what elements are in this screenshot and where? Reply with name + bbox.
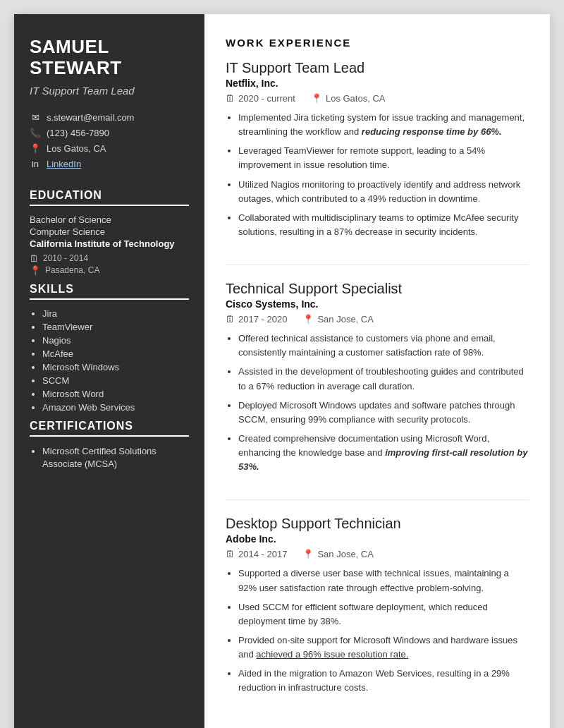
job-years-1: 🗓 2020 - current xyxy=(226,93,295,104)
phone-contact: 📞 (123) 456-7890 xyxy=(30,128,189,138)
bullet-item: Assisted in the development of troublesh… xyxy=(238,365,529,393)
edu-location: 📍 Pasadena, CA xyxy=(30,265,189,276)
linkedin-icon: in xyxy=(30,159,41,169)
skills-list: Jira TeamViewer Nagios McAfee Microsoft … xyxy=(30,308,189,413)
job-bullets-1: Implemented Jira ticketing system for is… xyxy=(226,111,529,239)
linkedin-link[interactable]: LinkedIn xyxy=(47,159,81,169)
skill-item: Microsoft Windows xyxy=(42,362,189,372)
edu-school: California Institute of Technology xyxy=(30,238,189,250)
job-meta-1: 🗓 2020 - current 📍 Los Gatos, CA xyxy=(226,93,529,104)
skill-item: Jira xyxy=(42,308,189,319)
cert-item: Microsoft Certified Solutions Associate … xyxy=(42,445,189,471)
job-bullets-3: Supported a diverse user base with techn… xyxy=(226,566,529,695)
candidate-title: IT Support Team Lead xyxy=(30,85,189,97)
edu-degree: Bachelor of Science xyxy=(30,214,189,225)
certifications-list: Microsoft Certified Solutions Associate … xyxy=(30,445,189,471)
skill-item: Amazon Web Services xyxy=(42,402,189,413)
location-edu-icon: 📍 xyxy=(30,265,41,276)
email-contact: ✉ s.stewart@email.com xyxy=(30,112,189,123)
bullet-item: Provided on-site support for Microsoft W… xyxy=(238,633,529,662)
bold-italic-text: improving first-call resolution by 53%. xyxy=(238,447,527,472)
job-years-3: 🗓 2014 - 2017 xyxy=(226,549,287,559)
calendar-icon-2: 🗓 xyxy=(226,314,235,324)
job-company-3: Adobe Inc. xyxy=(226,533,529,545)
bullet-item: Deployed Microsoft Windows updates and s… xyxy=(238,399,529,427)
job-location-3: 📍 San Jose, CA xyxy=(302,549,374,559)
bullet-item: Created comprehensive documentation usin… xyxy=(238,432,529,474)
phone-icon: 📞 xyxy=(30,128,41,138)
job-title-1: IT Support Team Lead xyxy=(226,60,529,76)
job-years-2: 🗓 2017 - 2020 xyxy=(226,314,287,324)
job-meta-3: 🗓 2014 - 2017 📍 San Jose, CA xyxy=(226,549,529,559)
skill-item: McAfee xyxy=(42,348,189,359)
main-content: WORK EXPERIENCE IT Support Team Lead Net… xyxy=(204,14,550,728)
bullet-item: Leveraged TeamViewer for remote support,… xyxy=(238,144,529,172)
edu-years: 🗓 2010 - 2014 xyxy=(30,253,189,264)
bullet-item: Collaborated with multidisciplinary team… xyxy=(238,211,529,239)
location-icon: 📍 xyxy=(30,143,41,154)
skill-item: SCCM xyxy=(42,375,189,386)
calendar-icon-3: 🗓 xyxy=(226,549,235,559)
underline-text: achieved a 96% issue resolution rate. xyxy=(256,649,408,660)
email-icon: ✉ xyxy=(30,112,41,123)
job-block-2: Technical Support Specialist Cisco Syste… xyxy=(226,281,529,500)
edu-field: Computer Science xyxy=(30,226,189,237)
resume-wrapper: SAMUEL STEWART IT Support Team Lead ✉ s.… xyxy=(14,14,550,728)
linkedin-contact[interactable]: in LinkedIn xyxy=(30,159,189,169)
location-icon-2: 📍 xyxy=(302,314,314,324)
skill-item: Microsoft Word xyxy=(42,389,189,399)
certifications-section-title: CERTIFICATIONS xyxy=(30,420,189,437)
bullet-item: Offered technical assistance to customer… xyxy=(238,332,529,360)
skills-section-title: SKILLS xyxy=(30,283,189,300)
education-section-title: EDUCATION xyxy=(30,189,189,206)
job-title-2: Technical Support Specialist xyxy=(226,281,529,297)
bullet-item: Utilized Nagios monitoring to proactivel… xyxy=(238,178,529,206)
contact-section: ✉ s.stewart@email.com 📞 (123) 456-7890 📍… xyxy=(30,112,189,169)
bullet-item: Implemented Jira ticketing system for is… xyxy=(238,111,529,139)
job-block-1: IT Support Team Lead Netflix, Inc. 🗓 202… xyxy=(226,60,529,265)
bold-italic-text: reducing response time by 66%. xyxy=(362,126,502,137)
job-bullets-2: Offered technical assistance to customer… xyxy=(226,332,529,474)
candidate-name: SAMUEL STEWART xyxy=(30,37,189,79)
calendar-icon: 🗓 xyxy=(30,253,39,264)
location-icon-1: 📍 xyxy=(311,93,322,104)
education-section: Bachelor of Science Computer Science Cal… xyxy=(30,214,189,276)
job-title-3: Desktop Support Technician xyxy=(226,516,529,532)
location-contact: 📍 Los Gatos, CA xyxy=(30,143,189,154)
bullet-item: Aided in the migration to Amazon Web Ser… xyxy=(238,667,529,695)
sidebar: SAMUEL STEWART IT Support Team Lead ✉ s.… xyxy=(14,14,204,728)
job-location-1: 📍 Los Gatos, CA xyxy=(311,93,386,104)
job-company-2: Cisco Systems, Inc. xyxy=(226,298,529,310)
skill-item: TeamViewer xyxy=(42,322,189,332)
bullet-item: Used SCCM for efficient software deploym… xyxy=(238,600,529,629)
skill-item: Nagios xyxy=(42,335,189,346)
location-icon-3: 📍 xyxy=(302,549,314,559)
calendar-icon-1: 🗓 xyxy=(226,93,235,104)
job-meta-2: 🗓 2017 - 2020 📍 San Jose, CA xyxy=(226,314,529,324)
job-location-2: 📍 San Jose, CA xyxy=(302,314,374,324)
job-block-3: Desktop Support Technician Adobe Inc. 🗓 … xyxy=(226,516,529,720)
job-company-1: Netflix, Inc. xyxy=(226,78,529,89)
bullet-item: Supported a diverse user base with techn… xyxy=(238,566,529,595)
work-experience-heading: WORK EXPERIENCE xyxy=(226,37,529,49)
